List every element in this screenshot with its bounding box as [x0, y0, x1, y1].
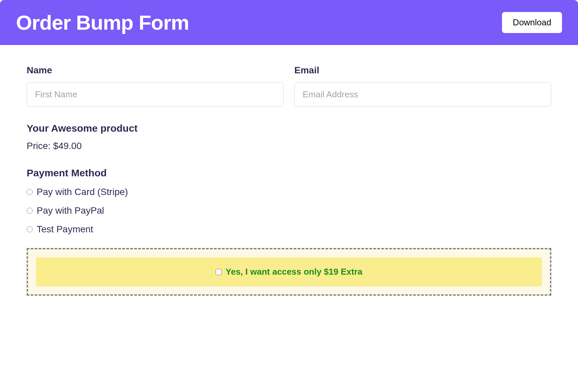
payment-radio-paypal[interactable] [27, 208, 33, 214]
payment-label-paypal[interactable]: Pay with PayPal [37, 205, 104, 216]
page-title: Order Bump Form [16, 11, 189, 34]
payment-option-test[interactable]: Test Payment [27, 224, 551, 235]
payment-radio-stripe[interactable] [27, 189, 33, 195]
product-price: Price: $49.00 [27, 141, 551, 151]
email-group: Email [294, 65, 551, 107]
name-group: Name [27, 65, 284, 107]
payment-option-stripe[interactable]: Pay with Card (Stripe) [27, 187, 551, 197]
payment-method-title: Payment Method [27, 167, 551, 179]
form-row: Name Email [27, 65, 551, 107]
order-bump-inner[interactable]: Yes, I want access only $19 Extra [36, 257, 542, 286]
product-title: Your Awesome product [27, 123, 551, 134]
order-bump-label[interactable]: Yes, I want access only $19 Extra [226, 267, 362, 277]
header: Order Bump Form Download [0, 0, 578, 45]
first-name-input[interactable] [27, 82, 284, 107]
order-bump-box: Yes, I want access only $19 Extra [27, 248, 551, 296]
payment-radio-test[interactable] [27, 226, 33, 232]
order-bump-checkbox[interactable] [216, 269, 222, 275]
payment-label-test[interactable]: Test Payment [37, 224, 93, 235]
payment-label-stripe[interactable]: Pay with Card (Stripe) [37, 187, 128, 197]
form-content: Name Email Your Awesome product Price: $… [0, 45, 578, 309]
name-label: Name [27, 65, 284, 76]
download-button[interactable]: Download [502, 12, 562, 33]
payment-section: Payment Method Pay with Card (Stripe) Pa… [27, 167, 551, 235]
payment-option-paypal[interactable]: Pay with PayPal [27, 205, 551, 216]
email-input[interactable] [294, 82, 551, 107]
email-label: Email [294, 65, 551, 76]
product-section: Your Awesome product Price: $49.00 [27, 123, 551, 151]
